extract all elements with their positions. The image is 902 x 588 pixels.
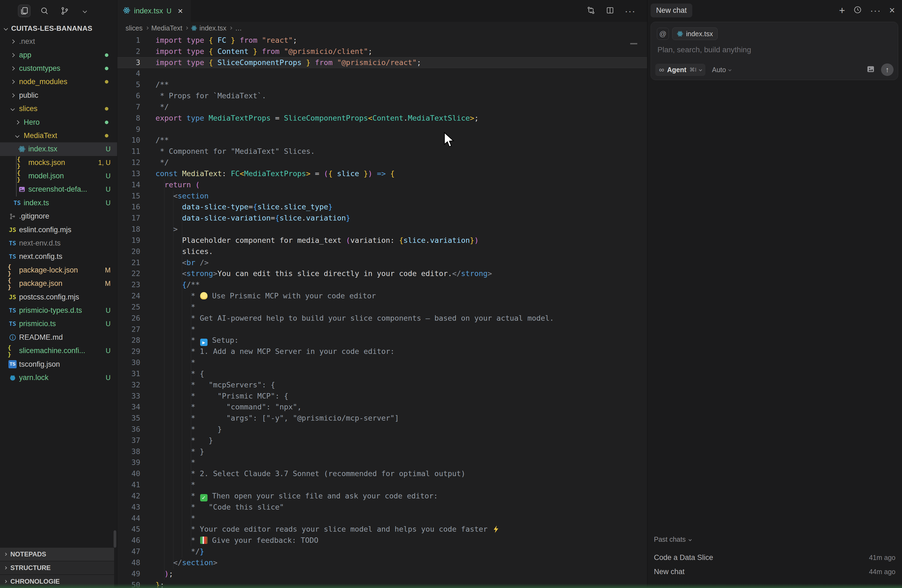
code-line-26[interactable]: 26 * Get AI-powered help to build your s… [117, 313, 647, 324]
tree-item-node-modules[interactable]: node_modules [0, 75, 117, 89]
tree-item-slicemachine-confi-[interactable]: { }slicemachine.confi...U [0, 344, 117, 357]
code-line-23[interactable]: 23 {/** [117, 279, 647, 291]
breadcrumb-item[interactable]: … [235, 24, 242, 32]
code-line-1[interactable]: 1import type { FC } from "react"; [117, 35, 647, 46]
explorer-icon[interactable] [18, 5, 30, 17]
code-line-36[interactable]: 36 * } [117, 424, 647, 435]
tree-item-package-lock-json[interactable]: { }package-lock.jsonM [0, 264, 117, 277]
tree-item-package-json[interactable]: { }package.jsonM [0, 277, 117, 290]
tree-item-app[interactable]: app [0, 48, 117, 61]
tree-item-prismicio-types-d-ts[interactable]: TSprismicio-types.d.tsU [0, 304, 117, 317]
code-line-7[interactable]: 7 */ [117, 102, 647, 113]
code-line-48[interactable]: 48 </section> [117, 557, 647, 568]
code-line-37[interactable]: 37 * } [117, 435, 647, 446]
tree-item-postcss-config-mjs[interactable]: JSpostcss.config.mjs [0, 290, 117, 303]
code-line-34[interactable]: 34 * "command": "npx", [117, 402, 647, 413]
code-line-16[interactable]: 16 data-slice-type={slice.slice_type} [117, 202, 647, 213]
code-line-3[interactable]: 3import type { SliceComponentProps } fro… [117, 57, 647, 68]
code-line-45[interactable]: 45 * Your code editor reads your slice m… [117, 524, 647, 535]
code-line-31[interactable]: 31 * { [117, 368, 647, 380]
tree-item-customtypes[interactable]: customtypes [0, 62, 117, 75]
code-line-10[interactable]: 10/** [117, 135, 647, 146]
code-line-44[interactable]: 44 * [117, 513, 647, 524]
code-line-28[interactable]: 28 * Setup: [117, 335, 647, 346]
tree-item-mediatext[interactable]: MediaText [0, 129, 117, 142]
code-line-29[interactable]: 29 * 1. Add a new MCP Server in your cod… [117, 346, 647, 357]
breadcrumb-item[interactable]: index.tsx [191, 24, 226, 32]
chevron-down-icon[interactable] [78, 5, 91, 17]
code-line-38[interactable]: 38 * } [117, 446, 647, 457]
code-line-19[interactable]: 19 Placeholder component for media_text … [117, 235, 647, 246]
code-line-27[interactable]: 27 * [117, 324, 647, 335]
tree-item-index-tsx[interactable]: index.tsxU [0, 142, 117, 156]
past-chats-header[interactable]: Past chats [654, 535, 896, 543]
code-line-43[interactable]: 43 * "Code this slice" [117, 502, 647, 513]
history-icon[interactable] [853, 5, 862, 15]
tree-item-hero[interactable]: Hero [0, 116, 117, 129]
code-line-32[interactable]: 32 * "mcpServers": { [117, 380, 647, 391]
code-line-35[interactable]: 35 * "args": ["-y", "@prismicio/mcp-serv… [117, 413, 647, 424]
project-header[interactable]: CUITAS-LES-BANANAS [0, 22, 117, 35]
code-line-4[interactable]: 4 [117, 68, 647, 79]
tree-item-public[interactable]: public [0, 89, 117, 102]
code-line-25[interactable]: 25 * [117, 302, 647, 313]
search-icon[interactable] [38, 5, 51, 17]
code-line-12[interactable]: 12 */ [117, 157, 647, 168]
code-line-18[interactable]: 18 > [117, 224, 647, 235]
tree-item-mocks-json[interactable]: { }mocks.json1, U [0, 156, 117, 169]
model-selector[interactable]: Auto [712, 66, 731, 74]
code-line-5[interactable]: 5/** [117, 79, 647, 91]
tree-item--gitignore[interactable]: .gitignore [0, 210, 117, 223]
code-line-20[interactable]: 20 slices. [117, 246, 647, 257]
panel-more-icon[interactable]: ··· [870, 5, 881, 16]
tree-item-index-ts[interactable]: TSindex.tsU [0, 196, 117, 210]
context-chip[interactable]: index.tsx [672, 28, 718, 40]
mode-selector[interactable]: ∞ Agent ⌘I [655, 64, 705, 76]
tree-item-yarn-lock[interactable]: yarn.lockU [0, 371, 117, 385]
code-line-2[interactable]: 2import type { Content } from "@prismici… [117, 46, 647, 57]
past-chat-item[interactable]: New chat44m ago [654, 565, 896, 579]
tree-item--next[interactable]: .next [0, 35, 117, 48]
code-line-6[interactable]: 6 * Props for `MediaText`. [117, 91, 647, 102]
breadcrumb-item[interactable]: MediaText [152, 24, 182, 32]
breadcrumb[interactable]: slicesMediaTextindex.tsx… [117, 22, 647, 34]
tree-item-eslint-config-mjs[interactable]: JSeslint.config.mjs [0, 223, 117, 236]
breadcrumb-item[interactable]: slices [125, 24, 143, 32]
code-line-14[interactable]: 14 return ( [117, 180, 647, 191]
source-control-icon[interactable] [58, 5, 71, 17]
tree-item-next-env-d-ts[interactable]: TSnext-env.d.ts [0, 236, 117, 250]
code-line-46[interactable]: 46 * Give your feedback: TODO [117, 535, 647, 546]
code-line-40[interactable]: 40 * 2. Select Claude 3.7 Sonnet (recomm… [117, 468, 647, 479]
chat-input-placeholder[interactable]: Plan, search, build anything [651, 45, 898, 54]
tree-item-prismicio-ts[interactable]: TSprismicio.tsU [0, 317, 117, 330]
code-line-39[interactable]: 39 * [117, 457, 647, 468]
chat-tab[interactable]: New chat [651, 3, 692, 17]
attach-image-icon[interactable] [866, 65, 875, 75]
code-line-41[interactable]: 41 * [117, 479, 647, 491]
code-line-49[interactable]: 49 ); [117, 568, 647, 580]
code-line-15[interactable]: 15 <section [117, 191, 647, 202]
tree-item-model-json[interactable]: { }model.jsonU [0, 169, 117, 183]
tree-item-next-config-ts[interactable]: TSnext.config.ts [0, 250, 117, 263]
sidebar-scrollbar[interactable] [114, 530, 116, 548]
compare-changes-icon[interactable] [587, 6, 595, 16]
code-line-33[interactable]: 33 * "Prismic MCP": { [117, 391, 647, 402]
code-line-47[interactable]: 47 */} [117, 546, 647, 557]
code-area[interactable]: 1import type { FC } from "react";2import… [117, 34, 647, 588]
section-notepads[interactable]: NOTEPADS [0, 548, 114, 561]
code-line-24[interactable]: 24 * Use Prismic MCP with your code edit… [117, 291, 647, 302]
code-line-22[interactable]: 22 <strong>You can edit this slice direc… [117, 268, 647, 279]
mention-button[interactable]: @ [657, 28, 669, 40]
more-actions-icon[interactable]: ··· [625, 6, 636, 16]
tree-item-screenshot-defa-[interactable]: screenshot-defa...U [0, 183, 117, 196]
code-line-11[interactable]: 11 * Component for "MediaText" Slices. [117, 146, 647, 157]
chat-input-card[interactable]: @ index.tsx Plan, search, build anything… [651, 22, 898, 80]
tab-index-tsx[interactable]: index.tsx U × [117, 0, 191, 22]
past-chat-item[interactable]: Code a Data Slice41m ago [654, 550, 896, 565]
tree-item-slices[interactable]: slices [0, 102, 117, 116]
code-line-17[interactable]: 17 data-slice-variation={slice.variation… [117, 213, 647, 224]
send-button[interactable]: ↑ [881, 63, 894, 76]
code-line-13[interactable]: 13const MediaText: FC<MediaTextProps> = … [117, 168, 647, 180]
code-line-42[interactable]: 42 * Then open your slice file and ask y… [117, 491, 647, 502]
section-structure[interactable]: STRUCTURE [0, 561, 114, 574]
